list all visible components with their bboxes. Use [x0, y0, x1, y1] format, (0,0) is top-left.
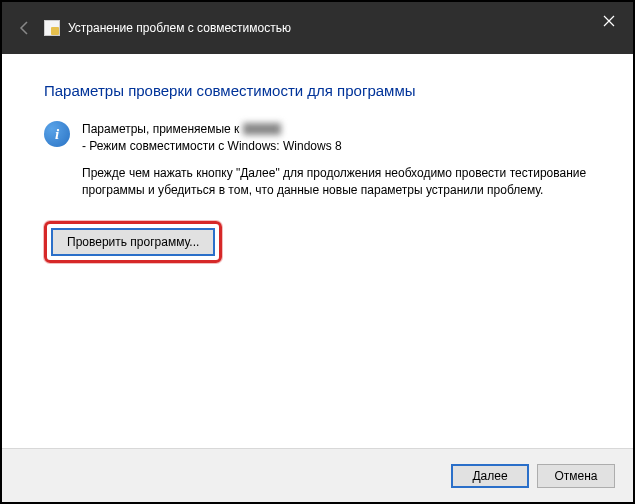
title-bar: Устранение проблем с совместимостью: [2, 2, 633, 54]
content-area: Параметры проверки совместимости для про…: [2, 54, 633, 448]
back-button[interactable]: [14, 17, 36, 39]
info-line2: - Режим совместимости с Windows: Windows…: [82, 139, 342, 153]
info-icon: i: [44, 121, 70, 147]
program-name-redacted: [243, 123, 281, 135]
page-heading: Параметры проверки совместимости для про…: [44, 82, 591, 99]
troubleshooter-icon: [44, 20, 60, 36]
compatibility-troubleshooter-window: Устранение проблем с совместимостью Пара…: [2, 2, 633, 502]
window-title: Устранение проблем с совместимостью: [68, 21, 291, 35]
applied-settings-text: Параметры, применяемые к - Режим совмест…: [82, 121, 342, 155]
next-button[interactable]: Далее: [451, 464, 529, 488]
test-program-button[interactable]: Проверить программу...: [51, 228, 215, 256]
info-row: i Параметры, применяемые к - Режим совме…: [44, 121, 591, 155]
highlight-annotation: Проверить программу...: [44, 221, 222, 263]
info-line1-prefix: Параметры, применяемые к: [82, 122, 239, 136]
footer-bar: Далее Отмена: [2, 448, 633, 502]
instruction-text: Прежде чем нажать кнопку "Далее" для про…: [82, 165, 591, 200]
close-button[interactable]: [585, 2, 633, 40]
cancel-button[interactable]: Отмена: [537, 464, 615, 488]
